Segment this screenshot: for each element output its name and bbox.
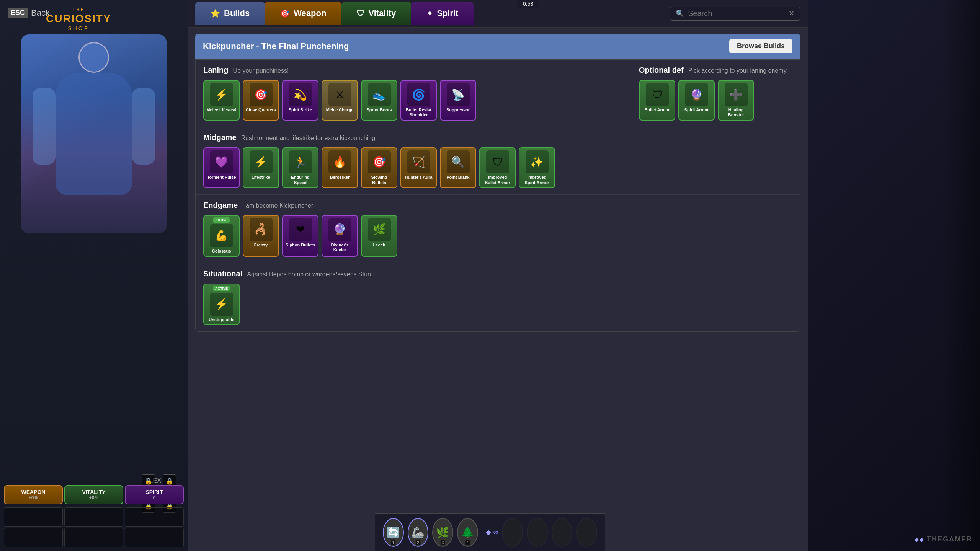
search-box[interactable]: 🔍 ✕ — [670, 7, 800, 21]
unstoppable-name: Unstoppable — [209, 317, 234, 322]
item-point-blank[interactable]: 🔍 Point Blank — [440, 147, 476, 188]
berserker-name: Berserker — [330, 175, 350, 180]
item-siphon-bullets[interactable]: ❤ Siphon Bullets — [282, 215, 318, 257]
ability-4[interactable]: 🌲 4 — [457, 518, 478, 547]
item-sprint-boots[interactable]: 👟 Sprint Boots — [361, 80, 397, 121]
spirit-armor-name: Spirit Armor — [684, 108, 709, 112]
ability-1-number: 1 — [391, 540, 396, 545]
endgame-section: Endgame I am become Kickpuncher! ACTIVE … — [196, 195, 800, 263]
search-icon: 🔍 — [676, 9, 684, 18]
melee-charge-name: Melee Charge — [326, 108, 354, 112]
bottom-stats: WEAPON +0% VITALITY +0% SPIRIT 0 — [4, 485, 184, 547]
build-title: Kickpuncher - The Final Punchening — [203, 41, 349, 51]
endgame-title: Endgame — [203, 201, 238, 210]
diviners-kevlar-name: Diviner's Kevlar — [325, 243, 355, 253]
enduring-speed-name: Enduring Speed — [285, 175, 315, 185]
suppressor-name: Suppressor — [446, 108, 470, 112]
tab-vitality[interactable]: 🛡 Vitality — [341, 2, 411, 25]
item-bullet-armor[interactable]: 🛡 Bullet Armor — [639, 80, 675, 121]
item-lifestrike[interactable]: ⚡ Lifestrike — [243, 147, 279, 188]
item-improved-spirit-armor[interactable]: ✨ Improved Spirit Armor — [519, 147, 555, 188]
ability-2[interactable]: 🦾 2 — [408, 518, 429, 547]
item-spirit-armor[interactable]: 🔮 Spirit Armor — [678, 80, 715, 121]
ability-slot-8 — [576, 518, 597, 547]
item-melee-charge[interactable]: ⚔ Melee Charge — [322, 80, 358, 121]
endgame-desc: I am become Kickpuncher! — [242, 202, 315, 209]
ability-3-number: 3 — [441, 540, 445, 545]
weapon-stat-tab[interactable]: WEAPON +0% — [4, 485, 63, 504]
laning-left: Laning Up your punchiness! ⚡ Melee Lifes… — [203, 66, 631, 121]
leech-icon: 🌿 — [368, 218, 391, 241]
item-improved-bullet-armor[interactable]: 🛡 Improved Bullet Armor — [479, 147, 516, 188]
watermark: ◆◆ THEGAMER — [915, 535, 972, 543]
item-unstoppable[interactable]: ACTIVE ⚡ Unstoppable — [203, 284, 240, 325]
bullet-resist-shredder-icon: 🌀 — [407, 83, 430, 106]
item-bullet-resist-shredder[interactable]: 🌀 Bullet Resist Shredder — [400, 80, 437, 121]
suppressor-icon: 📡 — [447, 83, 470, 106]
hunters-aura-name: Hunter's Aura — [405, 175, 433, 180]
laning-right: Optional def Pick according to your lani… — [631, 66, 792, 121]
torment-pulse-icon: 💜 — [210, 150, 233, 173]
browse-builds-button[interactable]: Browse Builds — [729, 39, 792, 53]
melee-lifesteal-name: Melee Lifesteal — [206, 108, 236, 112]
laning-items-grid: ⚡ Melee Lifesteal 🎯 Close Quarters 💫 Spi… — [203, 80, 623, 121]
stat-cell-4 — [4, 528, 63, 547]
item-suppressor[interactable]: 📡 Suppressor — [440, 80, 476, 121]
melee-lifesteal-icon: ⚡ — [210, 83, 233, 106]
midgame-desc: Rush torment and lifestrike for extra ki… — [241, 135, 375, 142]
search-input[interactable] — [688, 9, 785, 18]
ability-4-number: 4 — [465, 540, 470, 545]
ability-3[interactable]: 🌿 3 — [432, 518, 453, 547]
enduring-speed-icon: 🏃 — [289, 150, 312, 173]
item-hunters-aura[interactable]: 🏹 Hunter's Aura — [400, 147, 437, 188]
diamond-icon: ◆ — [486, 528, 491, 536]
sprint-boots-icon: 👟 — [368, 83, 391, 106]
item-close-quarters[interactable]: 🎯 Close Quarters — [243, 80, 279, 121]
character-area — [0, 31, 188, 237]
close-quarters-name: Close Quarters — [246, 108, 276, 112]
tab-builds[interactable]: ⭐ Builds — [195, 2, 265, 25]
item-diviners-kevlar[interactable]: 🔮 Diviner's Kevlar — [322, 215, 358, 257]
laning-section: Laning Up your punchiness! ⚡ Melee Lifes… — [196, 60, 800, 127]
item-torment-pulse[interactable]: 💜 Torment Pulse — [203, 147, 240, 188]
item-frenzy[interactable]: 🦂 Frenzy — [243, 215, 279, 257]
hunters-aura-icon: 🏹 — [407, 150, 430, 173]
situational-title: Situational — [203, 269, 242, 278]
item-spirit-strike[interactable]: 💫 Spirit Strike — [282, 80, 318, 121]
lifestrike-name: Lifestrike — [252, 175, 270, 180]
search-close-icon[interactable]: ✕ — [789, 9, 794, 18]
spirit-armor-icon: 🔮 — [685, 83, 708, 106]
tab-spirit[interactable]: ✦ Spirit — [411, 2, 474, 25]
point-blank-icon: 🔍 — [447, 150, 470, 173]
item-leech[interactable]: 🌿 Leech — [361, 215, 397, 257]
vitality-icon: 🛡 — [357, 9, 364, 18]
frenzy-icon: 🦂 — [250, 218, 273, 241]
spirit-stat-tab[interactable]: SPIRIT 0 — [125, 485, 184, 504]
leech-name: Leech — [373, 243, 385, 248]
ability-1[interactable]: 🔄 1 — [383, 518, 404, 547]
item-colossus[interactable]: ACTIVE 💪 Colossus — [203, 215, 240, 257]
slowing-bullets-icon: 🎯 — [368, 150, 391, 173]
back-button[interactable]: ESC Back — [8, 8, 50, 18]
item-berserker[interactable]: 🔥 Berserker — [322, 147, 358, 188]
spirit-strike-icon: 💫 — [289, 83, 312, 106]
item-slowing-bullets[interactable]: 🎯 Slowing Bullets — [361, 147, 397, 188]
esc-badge: ESC — [8, 8, 28, 18]
sprint-boots-name: Sprint Boots — [367, 108, 392, 112]
item-enduring-speed[interactable]: 🏃 Enduring Speed — [282, 147, 318, 188]
tab-weapon[interactable]: 🎯 Weapon — [265, 2, 341, 25]
souls-infinity: ∞ — [493, 528, 498, 536]
ability-slot-7 — [552, 518, 573, 547]
item-melee-lifesteal[interactable]: ⚡ Melee Lifesteal — [203, 80, 240, 121]
tab-weapon-label: Weapon — [294, 8, 326, 18]
vitality-stat-tab[interactable]: VITALITY +0% — [64, 485, 123, 504]
stat-cell-2 — [64, 507, 123, 527]
improved-bullet-armor-name: Improved Bullet Armor — [482, 175, 513, 185]
colossus-name: Colossus — [212, 249, 231, 254]
logo-curiosity: CURIOSITY — [46, 12, 111, 25]
torment-pulse-name: Torment Pulse — [207, 175, 236, 180]
situational-section: Situational Against Bepos bomb or warden… — [196, 263, 800, 331]
item-healing-booster[interactable]: ➕ Healing Booster — [718, 80, 754, 121]
diviners-kevlar-icon: 🔮 — [328, 218, 351, 241]
healing-booster-name: Healing Booster — [721, 108, 751, 117]
